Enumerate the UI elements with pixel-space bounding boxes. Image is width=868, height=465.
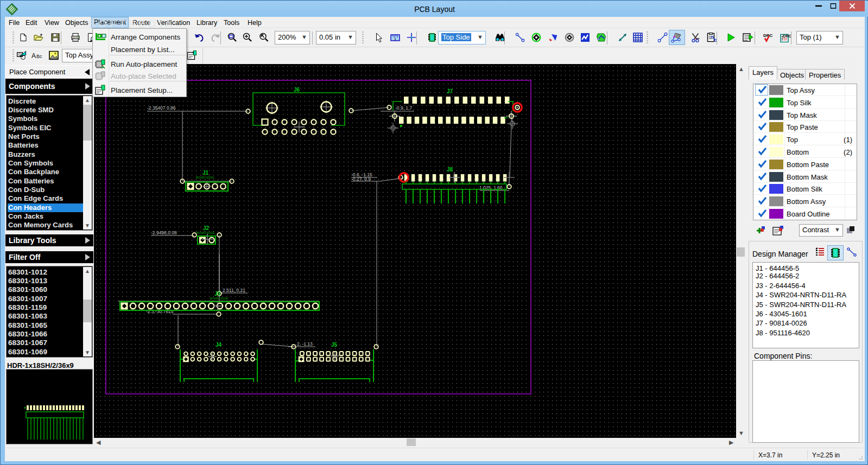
svg-text:J6: J6 [294,87,300,93]
svg-text:DRC: DRC [783,34,791,39]
svg-text:-0.27, 0.9: -0.27, 0.9 [351,176,371,182]
svg-text:BOARD EDGE: BOARD EDGE [196,176,214,179]
svg-text:J4: J4 [216,342,222,348]
svg-text:J1: J1 [202,170,209,176]
svg-text:-2.35407 0.86: -2.35407 0.86 [147,105,176,111]
svg-text:J2: J2 [203,225,210,231]
svg-text:2.511, 0.21: 2.511, 0.21 [223,288,245,293]
svg-text:BOARD EDGE: BOARD EDGE [197,231,215,234]
svg-text:-0.9, 1.7: -0.9, 1.7 [395,105,412,111]
svg-text:J5: J5 [331,342,338,348]
svg-text:J8: J8 [447,167,453,173]
svg-text:J7: J7 [447,88,453,94]
svg-text:-2.9498,0.08: -2.9498,0.08 [151,230,177,235]
svg-text:BOARD EDGE: BOARD EDGE [210,297,229,300]
svg-text:1: 1 [394,37,396,41]
svg-text:2, -1.13: 2, -1.13 [297,341,313,347]
svg-text:A: A [31,52,36,59]
svg-text:Bc: Bc [36,54,42,59]
svg-text:-2.3,-30.7615: -2.3,-30.7615 [146,309,174,314]
svg-text:J3: J3 [214,291,221,297]
